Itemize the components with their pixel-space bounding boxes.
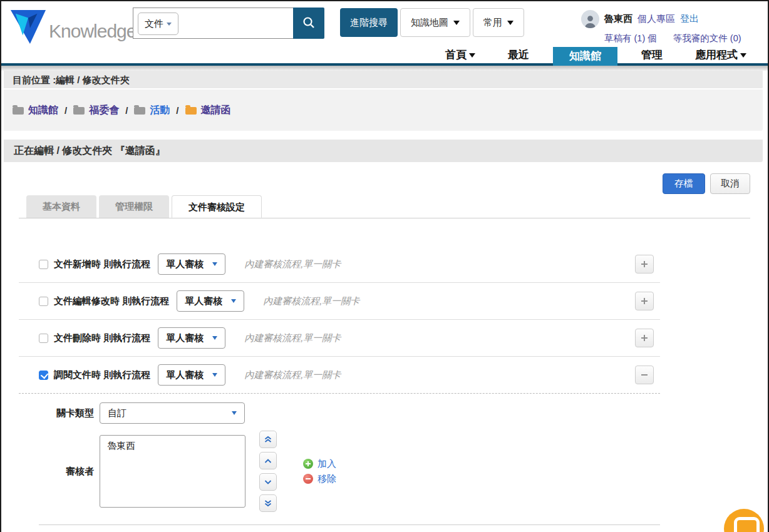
knowledge-map-label: 知識地圖	[411, 17, 448, 29]
caret-down-icon	[232, 411, 237, 415]
remove-stage-button[interactable]	[635, 366, 654, 384]
workflow-select-retrieve[interactable]: 單人審核	[158, 364, 225, 386]
search-category-dropdown[interactable]: 文件	[138, 13, 178, 35]
remove-circle-icon	[303, 474, 313, 484]
tab-review-settings[interactable]: 文件審核設定	[172, 195, 262, 218]
logo-text: Knowledge	[49, 21, 136, 42]
user-status: 草稿有 (1) 個 等我審的文件 (0)	[604, 33, 741, 44]
breadcrumb-separator: /	[65, 105, 67, 116]
caret-down-icon	[167, 23, 172, 26]
workflow-row-create: 文件新增時 則執行流程 單人審核 內建審核流程,單一關卡	[19, 246, 660, 283]
nav-library[interactable]: 知識館	[553, 47, 617, 66]
divider	[39, 524, 660, 525]
stage-settings: 關卡類型 自訂 審核者 魯東西	[19, 402, 660, 512]
checkbox-retrieve[interactable]	[39, 371, 48, 380]
double-chevron-down-icon	[264, 499, 272, 507]
nav-admin-label: 管理	[641, 48, 663, 63]
folder-open-icon	[185, 107, 197, 115]
avatar[interactable]	[581, 10, 599, 28]
search-input[interactable]	[182, 11, 291, 36]
reviewer-label: 審核者	[39, 466, 100, 478]
add-reviewer-link[interactable]: 加入	[303, 458, 336, 470]
workflow-row-delete: 文件刪除時 則執行流程 單人審核 內建審核流程,單一關卡	[19, 320, 660, 357]
remove-reviewer-link[interactable]: 移除	[303, 473, 336, 485]
logo-triangle-icon	[10, 9, 46, 48]
caret-down-icon	[212, 262, 217, 266]
cancel-button[interactable]: 取消	[710, 173, 750, 194]
caret-down-icon	[212, 336, 217, 340]
double-chevron-up-icon	[264, 436, 272, 443]
select-value: 單人審核	[166, 332, 204, 344]
plus-icon	[641, 334, 648, 342]
nav-apps[interactable]: 應用程式	[686, 47, 755, 63]
main-nav: 首頁 最近 知識館 管理 應用程式	[1, 47, 768, 66]
workflow-select-edit[interactable]: 單人審核	[177, 290, 244, 312]
breadcrumb-label: 福委會	[89, 104, 119, 117]
tab-basic-info[interactable]: 基本資料	[26, 195, 96, 218]
advanced-search-button[interactable]: 進階搜尋	[340, 8, 398, 37]
checkbox-create[interactable]	[39, 260, 48, 269]
add-reviewer-label: 加入	[317, 458, 336, 470]
move-up-button[interactable]	[259, 452, 277, 469]
breadcrumb-label: 知識館	[28, 104, 58, 117]
stage-type-value: 自訂	[108, 407, 126, 419]
breadcrumb-separator: /	[176, 105, 178, 116]
move-top-button[interactable]	[259, 431, 277, 448]
checkbox-edit[interactable]	[39, 297, 48, 306]
select-value: 單人審核	[166, 369, 204, 381]
caret-down-icon	[740, 53, 746, 58]
breadcrumb-item-invitation[interactable]: 邀請函	[185, 104, 231, 117]
breadcrumb-label: 活動	[150, 104, 170, 117]
select-value: 單人審核	[166, 258, 204, 270]
nav-recent-label: 最近	[508, 48, 529, 63]
folder-icon	[73, 107, 85, 115]
knowledge-map-button[interactable]: 知識地圖	[400, 8, 470, 37]
personal-area-link[interactable]: 個人專區	[637, 13, 675, 25]
nav-shadow	[1, 66, 768, 71]
workflow-select-create[interactable]: 單人審核	[158, 253, 225, 275]
workflow-select-delete[interactable]: 單人審核	[158, 327, 225, 349]
nav-library-label: 知識館	[569, 49, 601, 64]
add-stage-button[interactable]	[635, 255, 654, 274]
caret-down-icon	[469, 53, 475, 58]
workflow-row-label: 文件新增時 則執行流程	[54, 258, 150, 270]
move-bottom-button[interactable]	[259, 494, 277, 512]
common-button[interactable]: 常用	[473, 8, 524, 37]
current-location-bar: 目前位置 :編輯 / 修改文件夾	[4, 71, 763, 90]
add-circle-icon	[303, 459, 313, 469]
workflow-form: 文件新增時 則執行流程 單人審核 內建審核流程,單一關卡 文件編輯修改時 則執行…	[19, 246, 660, 525]
add-stage-button[interactable]	[635, 329, 654, 347]
stage-type-dropdown[interactable]: 自訂	[100, 402, 245, 424]
remove-reviewer-label: 移除	[317, 473, 336, 485]
workflow-row-retrieve: 調閱文件時 則執行流程 單人審核 內建審核流程,單一關卡	[19, 357, 660, 394]
breadcrumb-item-library[interactable]: 知識館	[13, 104, 58, 117]
editing-title-bar: 正在編輯 / 修改文件夾 『邀請函』	[4, 140, 763, 162]
checkbox-delete[interactable]	[39, 334, 48, 343]
logout-link[interactable]: 登出	[680, 13, 699, 25]
add-stage-button[interactable]	[635, 292, 654, 310]
nav-recent[interactable]: 最近	[499, 47, 538, 63]
breadcrumb-item-welfare[interactable]: 福委會	[73, 104, 119, 117]
reviewer-item[interactable]: 魯東西	[108, 440, 237, 452]
search-bar: 文件	[133, 8, 324, 39]
stage-type-label: 關卡類型	[39, 407, 100, 419]
folder-icon	[134, 107, 145, 115]
common-label: 常用	[483, 17, 502, 29]
nav-home[interactable]: 首頁	[436, 47, 484, 63]
chevron-down-icon	[264, 479, 272, 485]
workflow-row-label: 調閱文件時 則執行流程	[54, 369, 150, 381]
caret-down-icon	[507, 21, 514, 25]
app-logo[interactable]: Knowledge	[10, 9, 136, 48]
reviewer-listbox[interactable]: 魯東西	[100, 435, 245, 508]
search-box: 文件	[133, 8, 293, 39]
nav-admin[interactable]: 管理	[632, 47, 671, 63]
move-down-button[interactable]	[259, 473, 277, 491]
breadcrumb-item-activity[interactable]: 活動	[134, 104, 170, 117]
save-button[interactable]: 存檔	[663, 173, 705, 194]
workflow-hint: 內建審核流程,單一關卡	[244, 369, 341, 381]
search-button[interactable]	[293, 8, 324, 39]
tab-permissions[interactable]: 管理權限	[99, 195, 169, 218]
workflow-row-edit: 文件編輯修改時 則執行流程 單人審核 內建審核流程,單一關卡	[19, 283, 660, 320]
pending-review-link[interactable]: 等我審的文件 (0)	[673, 33, 741, 44]
drafts-link[interactable]: 草稿有 (1) 個	[604, 33, 657, 44]
